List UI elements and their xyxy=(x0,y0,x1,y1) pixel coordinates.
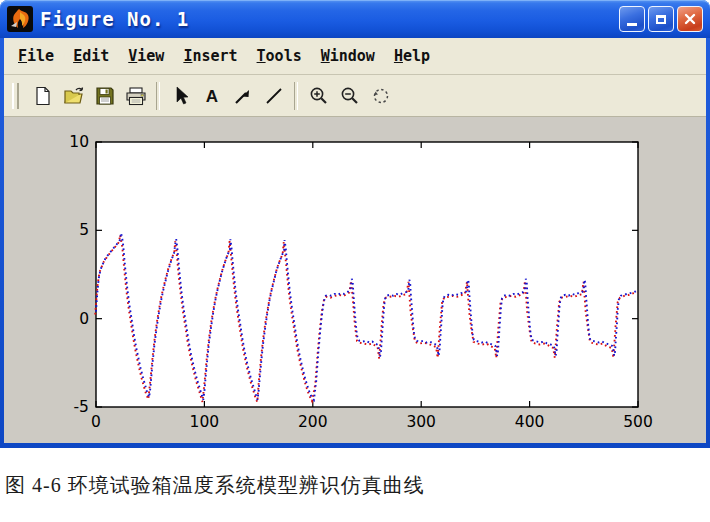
toolbar-separator xyxy=(156,82,160,110)
y-tick-label: 0 xyxy=(79,310,89,328)
window-body: File Edit View Insert Tools Window Help xyxy=(4,38,706,443)
x-tick-label: 400 xyxy=(515,413,545,431)
rotate-3d-icon xyxy=(370,86,392,106)
zoom-out-button[interactable] xyxy=(334,82,365,110)
zoom-out-icon xyxy=(339,86,361,106)
insert-arrow-icon xyxy=(233,86,253,106)
rotate-3d-button[interactable] xyxy=(365,82,396,110)
insert-arrow-button[interactable] xyxy=(227,82,258,110)
new-figure-icon xyxy=(33,86,53,106)
edit-plot-pointer-button[interactable] xyxy=(165,82,196,110)
menu-view[interactable]: View xyxy=(128,47,164,65)
open-file-icon xyxy=(63,86,85,106)
x-tick-label: 300 xyxy=(406,413,436,431)
svg-text:A: A xyxy=(205,87,217,106)
open-file-button[interactable] xyxy=(58,82,89,110)
matlab-flame-icon xyxy=(7,6,33,32)
menu-help[interactable]: Help xyxy=(394,47,430,65)
axes-box xyxy=(96,142,638,407)
zoom-in-button[interactable] xyxy=(303,82,334,110)
insert-line-button[interactable] xyxy=(258,82,289,110)
edit-plot-pointer-icon xyxy=(172,86,190,106)
figure-window: Figure No. 1 File Edit View Insert Tools… xyxy=(0,0,710,448)
window-title: Figure No. 1 xyxy=(40,8,619,30)
save-figure-icon xyxy=(95,86,115,106)
x-tick-label: 100 xyxy=(190,413,220,431)
x-tick-label: 500 xyxy=(623,413,653,431)
print-figure-button[interactable] xyxy=(120,82,151,110)
minimize-button[interactable] xyxy=(619,6,645,32)
maximize-button[interactable] xyxy=(648,6,674,32)
x-tick-label: 200 xyxy=(298,413,328,431)
x-tick-label: 0 xyxy=(91,413,101,431)
insert-line-icon xyxy=(264,86,284,106)
menu-insert[interactable]: Insert xyxy=(183,47,237,65)
new-figure-button[interactable] xyxy=(27,82,58,110)
menu-bar: File Edit View Insert Tools Window Help xyxy=(4,38,706,75)
insert-text-icon: A xyxy=(203,86,221,106)
menu-edit[interactable]: Edit xyxy=(73,47,109,65)
figure-canvas[interactable]: 0100200300400500-50510 xyxy=(4,117,706,443)
y-tick-label: 5 xyxy=(79,221,89,239)
menu-tools[interactable]: Tools xyxy=(257,47,302,65)
zoom-in-icon xyxy=(308,86,330,106)
save-figure-button[interactable] xyxy=(89,82,120,110)
toolbar-separator xyxy=(294,82,298,110)
y-tick-label: 10 xyxy=(69,133,89,151)
menu-file[interactable]: File xyxy=(18,47,54,65)
plot-svg: 0100200300400500-50510 xyxy=(4,117,706,443)
title-bar[interactable]: Figure No. 1 xyxy=(0,0,710,38)
figure-caption: 图 4-6 环境试验箱温度系统模型辨识仿真曲线 xyxy=(5,472,705,499)
print-figure-icon xyxy=(125,86,147,106)
insert-text-button[interactable]: A xyxy=(196,82,227,110)
toolbar-gripper[interactable] xyxy=(12,83,19,109)
close-icon xyxy=(684,13,696,25)
close-button[interactable] xyxy=(677,6,703,32)
maximize-icon xyxy=(656,15,666,24)
menu-window[interactable]: Window xyxy=(321,47,375,65)
minimize-icon xyxy=(627,23,637,26)
window-controls xyxy=(619,6,703,32)
y-tick-label: -5 xyxy=(74,398,89,416)
toolbar: A xyxy=(4,75,706,117)
